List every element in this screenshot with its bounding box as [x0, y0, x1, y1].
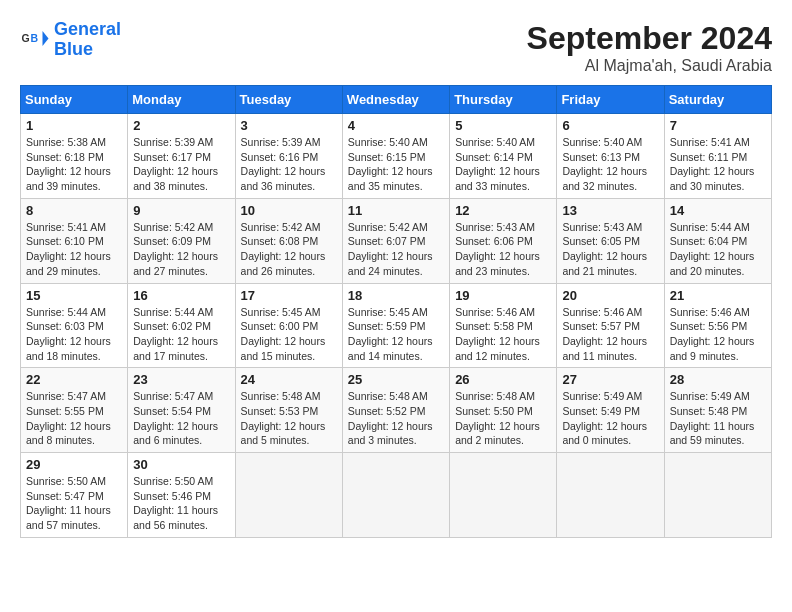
month-title: September 2024: [527, 20, 772, 57]
calendar-week-row: 29Sunrise: 5:50 AMSunset: 5:47 PMDayligh…: [21, 453, 772, 538]
weekday-header: Tuesday: [235, 86, 342, 114]
day-info: Sunrise: 5:44 AMSunset: 6:03 PMDaylight:…: [26, 305, 122, 364]
day-info: Sunrise: 5:49 AMSunset: 5:48 PMDaylight:…: [670, 389, 766, 448]
day-number: 23: [133, 372, 229, 387]
weekday-header: Wednesday: [342, 86, 449, 114]
day-number: 2: [133, 118, 229, 133]
day-info: Sunrise: 5:50 AMSunset: 5:47 PMDaylight:…: [26, 474, 122, 533]
logo-blue: Blue: [54, 39, 93, 59]
day-number: 4: [348, 118, 444, 133]
weekday-header: Saturday: [664, 86, 771, 114]
weekday-header: Friday: [557, 86, 664, 114]
day-number: 6: [562, 118, 658, 133]
calendar-cell: 22Sunrise: 5:47 AMSunset: 5:55 PMDayligh…: [21, 368, 128, 453]
logo-icon: G B: [20, 25, 50, 55]
day-info: Sunrise: 5:40 AMSunset: 6:13 PMDaylight:…: [562, 135, 658, 194]
calendar-cell: 10Sunrise: 5:42 AMSunset: 6:08 PMDayligh…: [235, 198, 342, 283]
day-info: Sunrise: 5:44 AMSunset: 6:02 PMDaylight:…: [133, 305, 229, 364]
day-info: Sunrise: 5:43 AMSunset: 6:06 PMDaylight:…: [455, 220, 551, 279]
day-number: 16: [133, 288, 229, 303]
day-info: Sunrise: 5:43 AMSunset: 6:05 PMDaylight:…: [562, 220, 658, 279]
calendar-cell: 5Sunrise: 5:40 AMSunset: 6:14 PMDaylight…: [450, 114, 557, 199]
day-info: Sunrise: 5:49 AMSunset: 5:49 PMDaylight:…: [562, 389, 658, 448]
weekday-header: Monday: [128, 86, 235, 114]
day-number: 15: [26, 288, 122, 303]
calendar-cell: [557, 453, 664, 538]
calendar-cell: [450, 453, 557, 538]
svg-marker-2: [43, 31, 49, 46]
calendar-cell: 18Sunrise: 5:45 AMSunset: 5:59 PMDayligh…: [342, 283, 449, 368]
calendar-cell: 15Sunrise: 5:44 AMSunset: 6:03 PMDayligh…: [21, 283, 128, 368]
day-number: 13: [562, 203, 658, 218]
day-number: 1: [26, 118, 122, 133]
day-number: 19: [455, 288, 551, 303]
day-info: Sunrise: 5:48 AMSunset: 5:50 PMDaylight:…: [455, 389, 551, 448]
calendar-cell: 20Sunrise: 5:46 AMSunset: 5:57 PMDayligh…: [557, 283, 664, 368]
calendar-cell: 7Sunrise: 5:41 AMSunset: 6:11 PMDaylight…: [664, 114, 771, 199]
calendar-cell: 9Sunrise: 5:42 AMSunset: 6:09 PMDaylight…: [128, 198, 235, 283]
calendar-cell: 13Sunrise: 5:43 AMSunset: 6:05 PMDayligh…: [557, 198, 664, 283]
day-info: Sunrise: 5:39 AMSunset: 6:17 PMDaylight:…: [133, 135, 229, 194]
day-number: 21: [670, 288, 766, 303]
weekday-header-row: SundayMondayTuesdayWednesdayThursdayFrid…: [21, 86, 772, 114]
weekday-header: Sunday: [21, 86, 128, 114]
calendar-cell: 24Sunrise: 5:48 AMSunset: 5:53 PMDayligh…: [235, 368, 342, 453]
logo: G B General Blue: [20, 20, 121, 60]
calendar-week-row: 8Sunrise: 5:41 AMSunset: 6:10 PMDaylight…: [21, 198, 772, 283]
svg-text:G: G: [22, 31, 30, 43]
header-area: G B General Blue September 2024 Al Majma…: [20, 20, 772, 75]
day-number: 29: [26, 457, 122, 472]
day-info: Sunrise: 5:48 AMSunset: 5:53 PMDaylight:…: [241, 389, 337, 448]
day-number: 24: [241, 372, 337, 387]
day-number: 7: [670, 118, 766, 133]
calendar-cell: [664, 453, 771, 538]
day-number: 17: [241, 288, 337, 303]
day-number: 18: [348, 288, 444, 303]
logo-general: General: [54, 19, 121, 39]
day-info: Sunrise: 5:45 AMSunset: 5:59 PMDaylight:…: [348, 305, 444, 364]
title-area: September 2024 Al Majma'ah, Saudi Arabia: [527, 20, 772, 75]
calendar-cell: 4Sunrise: 5:40 AMSunset: 6:15 PMDaylight…: [342, 114, 449, 199]
day-number: 3: [241, 118, 337, 133]
calendar-week-row: 22Sunrise: 5:47 AMSunset: 5:55 PMDayligh…: [21, 368, 772, 453]
day-number: 10: [241, 203, 337, 218]
location-title: Al Majma'ah, Saudi Arabia: [527, 57, 772, 75]
calendar-cell: 3Sunrise: 5:39 AMSunset: 6:16 PMDaylight…: [235, 114, 342, 199]
day-number: 12: [455, 203, 551, 218]
day-info: Sunrise: 5:46 AMSunset: 5:56 PMDaylight:…: [670, 305, 766, 364]
calendar-cell: [342, 453, 449, 538]
calendar-cell: 30Sunrise: 5:50 AMSunset: 5:46 PMDayligh…: [128, 453, 235, 538]
day-number: 8: [26, 203, 122, 218]
calendar-cell: 11Sunrise: 5:42 AMSunset: 6:07 PMDayligh…: [342, 198, 449, 283]
day-number: 27: [562, 372, 658, 387]
day-number: 9: [133, 203, 229, 218]
day-info: Sunrise: 5:39 AMSunset: 6:16 PMDaylight:…: [241, 135, 337, 194]
day-info: Sunrise: 5:45 AMSunset: 6:00 PMDaylight:…: [241, 305, 337, 364]
day-number: 26: [455, 372, 551, 387]
day-info: Sunrise: 5:42 AMSunset: 6:08 PMDaylight:…: [241, 220, 337, 279]
day-info: Sunrise: 5:38 AMSunset: 6:18 PMDaylight:…: [26, 135, 122, 194]
day-info: Sunrise: 5:46 AMSunset: 5:58 PMDaylight:…: [455, 305, 551, 364]
calendar-cell: 21Sunrise: 5:46 AMSunset: 5:56 PMDayligh…: [664, 283, 771, 368]
calendar-cell: 23Sunrise: 5:47 AMSunset: 5:54 PMDayligh…: [128, 368, 235, 453]
day-number: 30: [133, 457, 229, 472]
calendar-week-row: 1Sunrise: 5:38 AMSunset: 6:18 PMDaylight…: [21, 114, 772, 199]
day-number: 20: [562, 288, 658, 303]
calendar-cell: 19Sunrise: 5:46 AMSunset: 5:58 PMDayligh…: [450, 283, 557, 368]
day-info: Sunrise: 5:41 AMSunset: 6:11 PMDaylight:…: [670, 135, 766, 194]
calendar-cell: [235, 453, 342, 538]
calendar-cell: 12Sunrise: 5:43 AMSunset: 6:06 PMDayligh…: [450, 198, 557, 283]
calendar-cell: 25Sunrise: 5:48 AMSunset: 5:52 PMDayligh…: [342, 368, 449, 453]
svg-text:B: B: [31, 31, 39, 43]
calendar-cell: 29Sunrise: 5:50 AMSunset: 5:47 PMDayligh…: [21, 453, 128, 538]
calendar-cell: 17Sunrise: 5:45 AMSunset: 6:00 PMDayligh…: [235, 283, 342, 368]
calendar-cell: 8Sunrise: 5:41 AMSunset: 6:10 PMDaylight…: [21, 198, 128, 283]
day-info: Sunrise: 5:40 AMSunset: 6:14 PMDaylight:…: [455, 135, 551, 194]
calendar-cell: 28Sunrise: 5:49 AMSunset: 5:48 PMDayligh…: [664, 368, 771, 453]
calendar-cell: 27Sunrise: 5:49 AMSunset: 5:49 PMDayligh…: [557, 368, 664, 453]
calendar-table: SundayMondayTuesdayWednesdayThursdayFrid…: [20, 85, 772, 538]
calendar-cell: 16Sunrise: 5:44 AMSunset: 6:02 PMDayligh…: [128, 283, 235, 368]
day-number: 5: [455, 118, 551, 133]
day-info: Sunrise: 5:47 AMSunset: 5:54 PMDaylight:…: [133, 389, 229, 448]
day-info: Sunrise: 5:47 AMSunset: 5:55 PMDaylight:…: [26, 389, 122, 448]
